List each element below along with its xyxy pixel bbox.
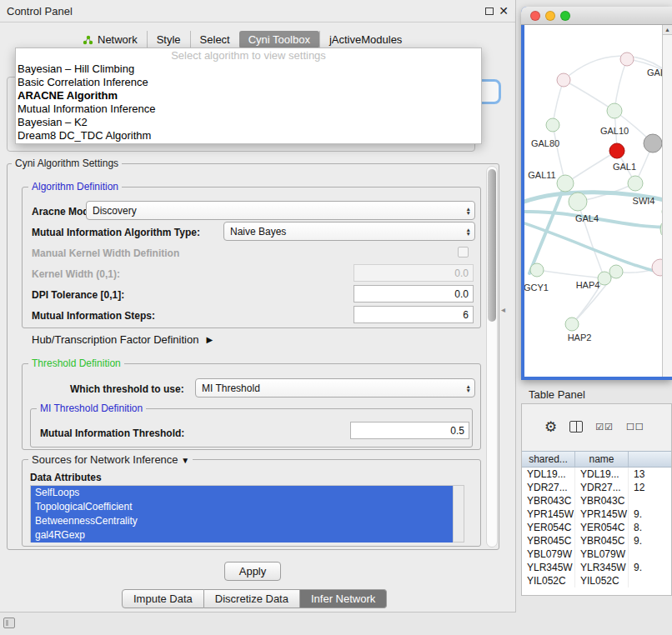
arrow-down-icon: ▼ <box>466 211 471 215</box>
network-edge <box>537 270 604 278</box>
dropdown-item-basic-correlation[interactable]: Basic Correlation Inference <box>16 76 481 89</box>
network-canvas[interactable]: GAL80 GAL10 GAL1 GAL11 SWI4 GAL4 GCY1 HA… <box>524 25 672 377</box>
list-item-topologicalcoefficient[interactable]: TopologicalCoefficient <box>31 500 453 514</box>
tab-jactivemodules-label: jActiveModules <box>329 33 402 46</box>
network-node[interactable] <box>557 73 570 87</box>
cell: 8. <box>629 521 672 534</box>
sources-title[interactable]: Sources for Network Inference ▼ <box>28 453 193 466</box>
list-scrollbar[interactable] <box>453 486 464 542</box>
deselect-all-checkboxes-icon[interactable]: ☐☐ <box>626 422 644 432</box>
network-node-red[interactable] <box>609 143 624 158</box>
network-edge <box>565 151 617 183</box>
manual-kernel-checkbox[interactable] <box>458 247 469 258</box>
tab-impute-data[interactable]: Impute Data <box>122 589 204 608</box>
network-node[interactable] <box>609 265 623 278</box>
collapsed-panel-icon[interactable] <box>3 618 15 628</box>
arrow-down-icon: ▼ <box>466 388 471 392</box>
table-row[interactable]: YBR045C YBR045C 9. <box>522 534 672 548</box>
data-attributes-list[interactable]: SelfLoops TopologicalCoefficient Between… <box>30 485 464 542</box>
arrow-down-icon: ▼ <box>466 232 471 236</box>
mi-threshold-value: 0.5 <box>450 425 464 437</box>
table-header: shared... name <box>522 451 672 468</box>
node-label-gal11: GAL11 <box>528 170 555 180</box>
table-row[interactable]: YER054C YER054C 8. <box>522 521 672 534</box>
node-label-swi4: SWI4 <box>633 196 655 206</box>
tab-style-label: Style <box>157 33 181 46</box>
network-window-titlebar <box>521 7 672 25</box>
which-threshold-select[interactable]: MI Threshold ▲ ▼ <box>195 378 475 398</box>
table-row[interactable]: YPR145W YPR145W 9. <box>522 508 672 521</box>
mi-steps-label: Mutual Information Steps: <box>32 310 155 322</box>
table-row[interactable]: YBL079W YBL079W <box>522 548 672 561</box>
dpi-tolerance-value: 0.0 <box>454 288 469 300</box>
network-node-gal4[interactable] <box>569 192 587 211</box>
network-node-hap4[interactable] <box>598 272 611 285</box>
column-header-extra[interactable] <box>629 452 672 467</box>
tab-cyni-toolbox[interactable]: Cyni Toolbox <box>239 31 319 48</box>
dropdown-item-bayesian-k2[interactable]: Bayesian – K2 <box>16 116 481 129</box>
dropdown-item-dream8[interactable]: Dream8 DC_TDC Algorithm <box>16 129 481 142</box>
aracne-mode-select[interactable]: Discovery ▲ ▼ <box>86 201 475 220</box>
mi-steps-field[interactable]: 6 <box>354 306 474 323</box>
dropdown-item-bayesian-hill[interactable]: Bayesian – Hill Climbing <box>16 62 481 76</box>
network-node[interactable] <box>620 52 634 66</box>
tab-network[interactable]: Network <box>73 31 147 48</box>
network-edge <box>614 59 627 111</box>
dpi-tolerance-field[interactable]: 0.0 <box>354 285 474 302</box>
list-item-betweennesscentrality[interactable]: BetweennessCentrality <box>31 514 453 528</box>
kernel-width-field[interactable]: 0.0 <box>354 264 474 282</box>
mi-threshold-field[interactable]: 0.5 <box>350 422 469 439</box>
cell: YBR045C <box>575 534 629 548</box>
network-node-hap2[interactable] <box>565 318 579 331</box>
tab-select[interactable]: Select <box>190 31 239 48</box>
scroll-up-icon[interactable]: ▲ <box>663 25 672 35</box>
close-traffic-light-icon[interactable] <box>530 11 540 21</box>
column-header-shared[interactable]: shared... <box>522 452 575 467</box>
table-row[interactable]: YBR043C YBR043C <box>522 494 672 508</box>
scrollbar-thumb[interactable] <box>488 169 496 322</box>
minimize-traffic-light-icon[interactable] <box>545 11 555 21</box>
list-item-selfloops[interactable]: SelfLoops <box>31 486 453 500</box>
cell: 12 <box>629 481 672 494</box>
dropdown-item-mutual-information[interactable]: Mutual Information Inference <box>16 102 481 116</box>
columns-icon[interactable] <box>569 421 583 432</box>
cell: YIL052C <box>575 574 629 588</box>
cell: YDL19... <box>522 468 575 481</box>
expand-down-icon: ▼ <box>181 456 189 465</box>
table-row[interactable]: YLR345W YLR345W 9. <box>522 561 672 574</box>
close-icon[interactable]: ✕ <box>499 4 509 18</box>
hub-definition-toggle[interactable]: Hub/Transcription Factor Definition ▶ <box>32 333 213 346</box>
mi-type-select[interactable]: Naive Bayes ▲ ▼ <box>223 222 475 241</box>
expand-right-icon: ▶ <box>206 335 213 344</box>
apply-button[interactable]: Apply <box>224 562 281 581</box>
zoom-traffic-light-icon[interactable] <box>560 11 570 21</box>
data-attributes-label: Data Attributes <box>30 472 102 483</box>
tab-infer-network[interactable]: Infer Network <box>300 589 387 608</box>
float-window-icon[interactable] <box>485 8 494 15</box>
network-node-gal11[interactable] <box>557 175 574 192</box>
gear-icon[interactable]: ⚙ <box>544 418 557 436</box>
tab-discretize-data[interactable]: Discretize Data <box>204 589 300 608</box>
column-header-name[interactable]: name <box>575 452 629 467</box>
tab-jactivemodules[interactable]: jActiveModules <box>319 31 411 48</box>
network-node-gal1[interactable] <box>628 176 643 191</box>
mi-type-label: Mutual Information Algorithm Type: <box>32 227 200 238</box>
splitter-collapse-icon[interactable]: ◂ <box>501 305 505 314</box>
table-row[interactable]: YDR27... YDR27... 12 <box>522 481 672 494</box>
network-scrollbar[interactable]: ▲ <box>662 25 672 377</box>
table-row[interactable]: YDL19... YDL19... 13 <box>522 468 672 481</box>
threshold-definition-title: Threshold Definition <box>28 358 124 369</box>
dropdown-placeholder: Select algorithm to view settings <box>16 48 481 62</box>
settings-scrollbar[interactable] <box>486 166 498 548</box>
network-node-gray[interactable] <box>644 134 662 152</box>
list-item-gal4rgexp[interactable]: gal4RGexp <box>31 528 453 542</box>
select-all-checkboxes-icon[interactable]: ☑☑ <box>595 422 614 432</box>
network-node-gal80[interactable] <box>546 118 559 132</box>
dropdown-item-aracne[interactable]: ARACNE Algorithm <box>16 89 481 102</box>
mi-threshold-label: Mutual Information Threshold: <box>40 428 184 439</box>
network-node-gal10[interactable] <box>607 103 622 118</box>
network-node-gcy1[interactable] <box>530 263 544 277</box>
cell: YBR043C <box>575 494 629 508</box>
table-row[interactable]: YIL052C YIL052C <box>522 574 672 588</box>
tab-style[interactable]: Style <box>147 31 190 48</box>
